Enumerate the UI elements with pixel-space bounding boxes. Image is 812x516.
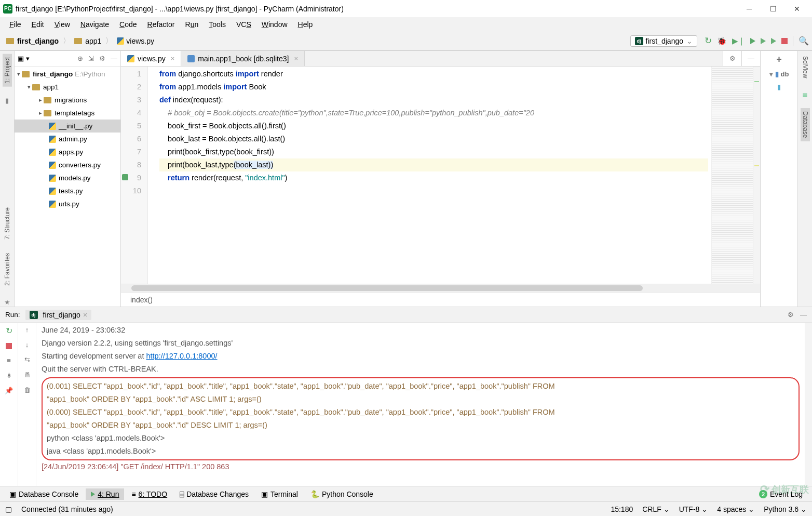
toggle-soft-wrap-icon[interactable]: ≡: [7, 356, 11, 364]
hide-editor-icon[interactable]: —: [741, 51, 760, 66]
menu-tools[interactable]: Tools: [204, 18, 231, 31]
tab-views-py[interactable]: views.py×: [121, 51, 181, 66]
run-header: Run: djfirst_django× ⚙ —: [0, 307, 812, 323]
menu-help[interactable]: Help: [293, 18, 318, 31]
btab-terminal[interactable]: ▣Terminal: [256, 488, 303, 500]
tree-apps[interactable]: apps.py: [15, 145, 120, 158]
tree-root[interactable]: ▾first_django E:\Python: [15, 68, 120, 81]
tree-tests[interactable]: tests.py: [15, 184, 120, 197]
window-title: first_django [E:\PythonProject\first_dja…: [16, 5, 737, 13]
chevron-down-icon: ⌄: [664, 505, 670, 513]
menu-navigate[interactable]: Navigate: [75, 18, 114, 31]
rerun-button[interactable]: ↻: [705, 35, 712, 46]
stop-button[interactable]: [781, 38, 788, 44]
pin-icon[interactable]: 📌: [5, 387, 13, 394]
tool-project[interactable]: 1: Project: [3, 54, 12, 87]
status-indicator-icon[interactable]: ▢: [5, 505, 12, 513]
indent-setting[interactable]: 4 spaces ⌄: [717, 505, 754, 513]
run-tab[interactable]: djfirst_django×: [25, 310, 92, 320]
cursor-position[interactable]: 15:180: [611, 505, 633, 513]
run-config-label: first_django: [646, 37, 683, 45]
wrap-icon[interactable]: ⇆: [24, 356, 30, 364]
menu-view[interactable]: View: [49, 18, 75, 31]
collapse-all-icon[interactable]: ⇲: [88, 55, 94, 62]
bottom-toolbar: ▣Database Console 4: Run ≡6: TODO ⌸Datab…: [0, 486, 812, 501]
tree-admin[interactable]: admin.py: [15, 133, 120, 145]
run-concurrency-button[interactable]: [771, 38, 776, 44]
trash-icon[interactable]: 🗑: [24, 386, 31, 394]
close-icon[interactable]: ×: [171, 55, 175, 62]
menu-file[interactable]: File: [4, 18, 26, 31]
console-scrollbar[interactable]: [805, 323, 812, 486]
tool-structure[interactable]: 7: Structure: [4, 205, 11, 242]
console-output[interactable]: June 24, 2019 - 23:06:32 Django version …: [36, 323, 805, 486]
breadcrumb-file[interactable]: views.py: [114, 36, 157, 46]
run-configuration-selector[interactable]: dj first_django ⌄: [630, 35, 697, 47]
tree-converters[interactable]: converters.py: [15, 158, 120, 171]
menu-code[interactable]: Code: [114, 18, 142, 31]
project-view-selector[interactable]: ▣ ▾: [18, 55, 30, 62]
search-everywhere-button[interactable]: 🔍: [799, 36, 809, 46]
html-gutter-icon[interactable]: [122, 174, 128, 180]
close-icon[interactable]: ×: [294, 55, 298, 62]
btab-db-console[interactable]: ▣Database Console: [4, 488, 84, 500]
menu-edit[interactable]: Edit: [26, 18, 49, 31]
tree-models[interactable]: models.py: [15, 171, 120, 184]
db-folder-icon[interactable]: ▮: [777, 83, 781, 91]
breadcrumb-root[interactable]: first_django: [3, 36, 62, 46]
menu-run[interactable]: Run: [180, 18, 204, 31]
server-url-link[interactable]: http://127.0.0.1:8000/: [146, 352, 218, 360]
tree-init[interactable]: __init__.py: [15, 120, 120, 133]
minimize-button[interactable]: ─: [737, 1, 761, 17]
line-separator[interactable]: CRLF ⌄: [642, 505, 669, 513]
stop-button[interactable]: [6, 343, 12, 349]
menu-window[interactable]: Window: [256, 18, 293, 31]
menu-vcs[interactable]: VCS: [231, 18, 256, 31]
project-tree[interactable]: ▾first_django E:\Python ▾app1 ▸migration…: [15, 67, 120, 307]
run-button[interactable]: [750, 38, 755, 44]
minimap[interactable]: [711, 67, 753, 284]
tree-migrations[interactable]: ▸migrations: [15, 94, 120, 107]
run-coverage-button[interactable]: ▶❘: [732, 36, 745, 46]
tree-templatetags[interactable]: ▸templatetags: [15, 107, 120, 120]
horizontal-scrollbar[interactable]: [121, 284, 760, 292]
tool-sciview[interactable]: SciView: [802, 54, 809, 80]
db-entry[interactable]: ▾ ▮ db: [769, 70, 789, 78]
rerun-button[interactable]: ↻: [6, 326, 12, 336]
down-icon[interactable]: ↓: [25, 341, 29, 349]
code-body[interactable]: from django.shortcuts import render from…: [148, 67, 711, 284]
btab-run[interactable]: 4: Run: [86, 488, 124, 500]
tool-favorites[interactable]: 2: Favorites: [4, 251, 11, 288]
editor-breadcrumb[interactable]: index(): [121, 292, 760, 307]
debug-button[interactable]: 🐞: [717, 36, 727, 46]
hide-panel-icon[interactable]: —: [111, 55, 117, 62]
up-icon[interactable]: ↑: [25, 326, 29, 334]
gear-icon[interactable]: ⚙: [99, 55, 105, 62]
interpreter[interactable]: Python 3.6 ⌄: [764, 505, 807, 513]
btab-todo[interactable]: ≡6: TODO: [126, 488, 172, 500]
menu-refactor[interactable]: Refactor: [142, 18, 180, 31]
editor-scrollbar[interactable]: [753, 67, 760, 284]
close-button[interactable]: ✕: [785, 1, 809, 17]
file-encoding[interactable]: UTF-8 ⌄: [679, 505, 708, 513]
maximize-button[interactable]: ☐: [761, 1, 785, 17]
btab-python-console[interactable]: 🐍Python Console: [305, 488, 378, 500]
profile-button[interactable]: [761, 38, 766, 44]
console-line: python <class 'app1.models.Book'>: [47, 432, 794, 445]
btab-db-changes[interactable]: ⌸Database Changes: [174, 488, 254, 500]
tree-urls[interactable]: urls.py: [15, 197, 120, 210]
tree-app1[interactable]: ▾app1: [15, 81, 120, 94]
scroll-from-source-icon[interactable]: ⊕: [77, 55, 83, 62]
print-icon[interactable]: 🖶: [24, 371, 31, 379]
gear-icon[interactable]: ⚙: [788, 311, 794, 319]
editor-gear-icon[interactable]: ⚙: [723, 51, 741, 66]
breadcrumb-app[interactable]: app1: [71, 36, 104, 46]
scroll-to-end-icon[interactable]: ⇟: [6, 372, 12, 379]
left-tool-strip: 1: Project ▮ 7: Structure 2: Favorites ★: [0, 51, 15, 307]
add-datasource-button[interactable]: +: [776, 54, 782, 65]
db-console-icon: ▣: [9, 490, 16, 498]
tab-db-table[interactable]: main.app1_book [db.sqlite3]×: [181, 51, 305, 66]
hide-run-icon[interactable]: —: [800, 311, 807, 319]
code-editor[interactable]: 12345678910 from django.shortcuts import…: [121, 67, 760, 284]
tool-database[interactable]: Database: [801, 108, 810, 141]
